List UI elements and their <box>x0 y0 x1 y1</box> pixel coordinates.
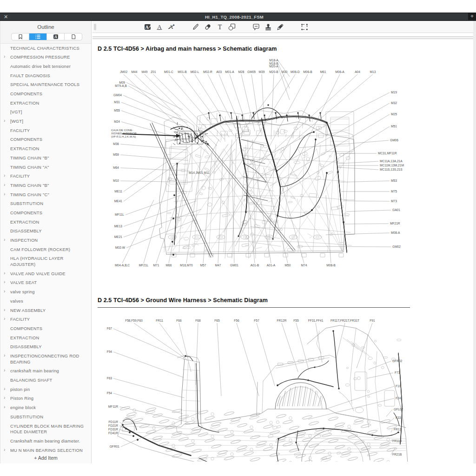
svg-text:M10: M10 <box>113 179 119 182</box>
svg-text:MC31,MF11R: MC31,MF11R <box>378 152 397 155</box>
svg-text:M55: M55 <box>114 109 120 112</box>
svg-text:T: T <box>218 24 222 31</box>
svg-text:FR11T,FR21T,FR31T: FR11T,FR21T,FR31T <box>330 319 359 322</box>
svg-text:FD11R: FD11R <box>108 420 118 423</box>
svg-text:F67: F67 <box>106 327 112 330</box>
svg-text:M49: M49 <box>141 70 147 73</box>
svg-text:M74: M74 <box>301 264 307 267</box>
svg-text:M19: M19 <box>391 91 397 94</box>
svg-text:M14 JM01 M11: M14 JM01 M11 <box>189 171 210 174</box>
svg-text:MF11R: MF11R <box>108 405 118 408</box>
svg-text:A: A <box>145 25 149 30</box>
svg-text:GFR01: GFR01 <box>109 445 119 448</box>
svg-text:M53: M53 <box>391 179 397 182</box>
svg-text:MC11S,13S,21S: MC11S,13S,21S <box>380 168 403 171</box>
svg-text:CAJA DE CONE-: CAJA DE CONE- <box>111 128 133 132</box>
svg-text:M51: M51 <box>391 125 397 128</box>
svg-text:M01-C: M01-C <box>164 70 173 73</box>
svg-text:M02-W: M02-W <box>115 246 125 249</box>
svg-text:M75: M75 <box>391 190 397 193</box>
svg-text:F73: F73 <box>395 371 400 374</box>
svg-text:ME11: ME11 <box>114 190 122 193</box>
svg-text:MC11M,13M,21M: MC11M,13M,21M <box>380 164 404 167</box>
svg-text:M02-R: M02-R <box>203 70 212 73</box>
svg-text:F65: F65 <box>214 319 220 322</box>
svg-text:MF21L: MF21L <box>139 264 148 267</box>
svg-text:(I/P-F,G,H,J,K,M,N): (I/P-F,G,H,J,K,M,N) <box>111 135 136 138</box>
svg-text:GM04: GM04 <box>113 93 122 97</box>
svg-text:M01-A: M01-A <box>225 70 234 73</box>
svg-text:A01-A: A01-A <box>266 264 275 267</box>
svg-text:M20-B: M20-B <box>269 70 278 73</box>
svg-text:M44: M44 <box>131 70 137 73</box>
svg-text:M64: M64 <box>113 166 119 169</box>
svg-text:GFL02: GFL02 <box>394 408 403 411</box>
svg-text:ME21: ME21 <box>114 235 122 238</box>
svg-text:FD41R: FD41R <box>108 431 118 435</box>
svg-text:M47: M47 <box>215 264 221 267</box>
svg-text:M13: M13 <box>370 70 376 73</box>
svg-text:F63: F63 <box>106 377 112 380</box>
svg-text:M02-L: M02-L <box>190 70 199 73</box>
svg-text:M08-A: M08-A <box>391 231 400 234</box>
svg-text:MC11A,13A,21A: MC11A,13A,21A <box>380 159 403 163</box>
svg-text:M09: M09 <box>119 81 125 84</box>
svg-text:F68: F68 <box>195 319 201 322</box>
svg-text:FR11B: FR11B <box>392 439 402 443</box>
svg-text:A04: A04 <box>355 70 360 73</box>
svg-text:M73: M73 <box>391 199 397 203</box>
svg-text:M39: M39 <box>258 70 264 73</box>
svg-text:M32: M32 <box>391 101 397 105</box>
svg-text:M08-B: M08-B <box>326 264 336 267</box>
svg-text:FF31,FF41: FF31,FF41 <box>308 319 323 322</box>
svg-text:F33: F33 <box>396 416 401 419</box>
svg-text:F91: F91 <box>370 319 375 322</box>
svg-text:M06-D: M06-D <box>291 70 300 73</box>
svg-text:A: A <box>54 35 57 39</box>
svg-text:ME13: ME13 <box>114 225 122 228</box>
svg-text:FR12R: FR12R <box>277 319 286 322</box>
svg-text:JM02: JM02 <box>119 70 127 73</box>
svg-text:M20-A: M20-A <box>269 65 278 68</box>
svg-text:F54: F54 <box>106 391 112 395</box>
svg-text:MF11L: MF11L <box>114 213 124 216</box>
svg-text:M01-B: M01-B <box>178 70 187 73</box>
svg-text:M16,M70: M16,M70 <box>180 264 193 267</box>
svg-text:M24: M24 <box>114 120 120 123</box>
svg-text:FD31R: FD31R <box>108 428 118 431</box>
svg-text:F66: F66 <box>176 319 182 322</box>
svg-text:F10: F10 <box>396 384 401 388</box>
svg-text:A: A <box>157 23 162 30</box>
svg-text:A01-B: A01-B <box>250 264 259 267</box>
svg-text:M06-B: M06-B <box>303 70 312 73</box>
svg-text:F55: F55 <box>293 319 299 322</box>
svg-text:F57: F57 <box>254 319 259 322</box>
svg-text:MF21R: MF21R <box>390 222 400 225</box>
svg-text:GM06: GM06 <box>390 139 398 142</box>
svg-text:FR21B: FR21B <box>392 453 402 456</box>
svg-text:M04-A,B,C: M04-A,B,C <box>114 264 129 267</box>
svg-text:F58,F59,F60: F58,F59,F60 <box>125 319 143 322</box>
svg-text:M79-A,B: M79-A,B <box>115 84 127 87</box>
svg-text:GM05: GM05 <box>247 70 256 73</box>
svg-text:M25: M25 <box>391 112 397 116</box>
svg-text:FD21R: FD21R <box>108 424 118 427</box>
svg-text:M59: M59 <box>113 153 119 156</box>
svg-text:M61: M61 <box>320 70 326 73</box>
svg-text:M71: M71 <box>153 264 159 267</box>
svg-text:M31: M31 <box>114 100 120 104</box>
svg-text:GM02: GM02 <box>392 245 401 248</box>
svg-text:M50: M50 <box>284 264 291 267</box>
svg-text:M28: M28 <box>238 70 244 73</box>
svg-text:ME41: ME41 <box>114 199 122 203</box>
svg-text:M36: M36 <box>113 142 119 145</box>
svg-text:GFR02: GFR02 <box>392 359 403 363</box>
svg-text:M06-A: M06-A <box>335 70 344 73</box>
svg-text:M57: M57 <box>200 264 206 267</box>
svg-text:GM01: GM01 <box>230 264 238 267</box>
svg-text:M66: M66 <box>165 264 172 267</box>
svg-text:A03: A03 <box>216 70 222 73</box>
svg-text:Z01: Z01 <box>151 70 156 73</box>
svg-text:FR13: FR13 <box>394 428 401 431</box>
svg-text:F56: F56 <box>234 319 239 322</box>
